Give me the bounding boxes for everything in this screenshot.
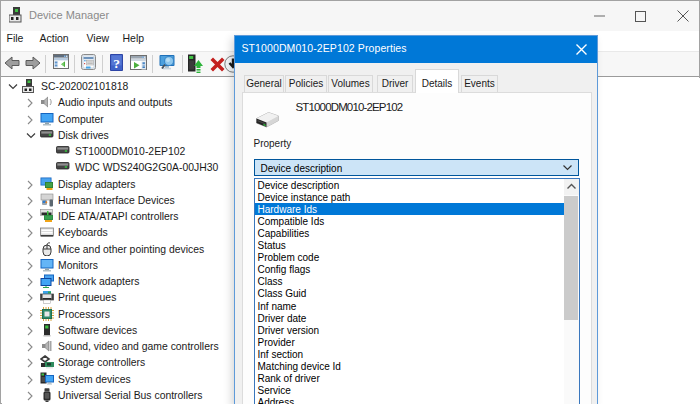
svg-text:?: ? bbox=[113, 56, 120, 71]
